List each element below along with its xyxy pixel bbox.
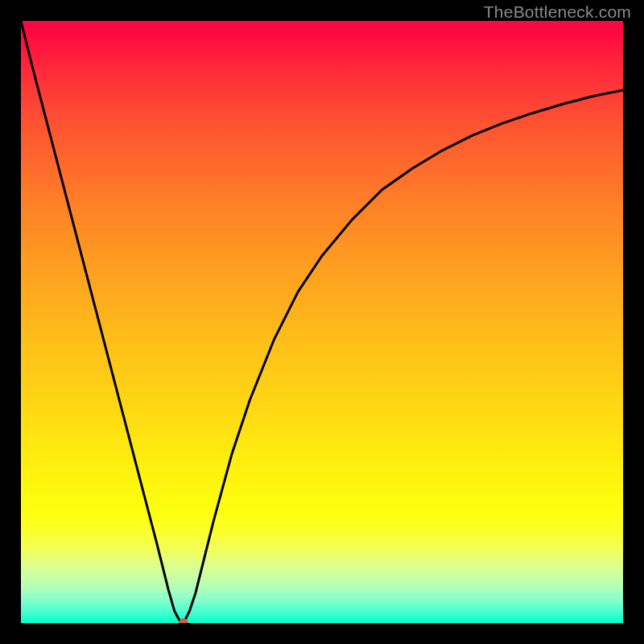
watermark-text: TheBottleneck.com bbox=[484, 2, 631, 22]
bottleneck-curve bbox=[21, 21, 623, 623]
bottleneck-curve-svg bbox=[21, 21, 623, 623]
chart-frame: TheBottleneck.com bbox=[0, 0, 644, 644]
plot-area bbox=[21, 21, 623, 623]
